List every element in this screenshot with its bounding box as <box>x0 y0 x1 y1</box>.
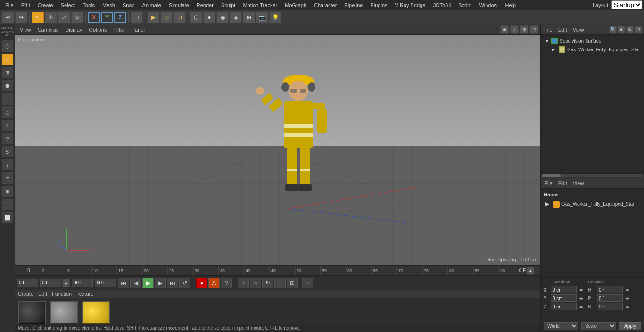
mat-texture-btn[interactable]: Texture <box>76 291 93 297</box>
coord-y-rot[interactable] <box>597 294 623 302</box>
coord-z-rot-stepper[interactable]: ◂▸ <box>624 304 631 309</box>
render-frame-button[interactable]: ▷ <box>160 12 173 23</box>
menu-motion-tracker[interactable]: Motion Tracker <box>239 1 281 9</box>
side-btn-8[interactable]: ▽ <box>1 132 14 145</box>
frame-start-input[interactable] <box>17 279 38 287</box>
layout-select[interactable]: Startup <box>611 0 642 9</box>
viewport-icon-3[interactable]: ⊞ <box>520 25 528 34</box>
coord-y-pos[interactable] <box>551 294 577 302</box>
go-to-end-button[interactable]: ⏭ <box>167 278 178 288</box>
attr-view-btn[interactable]: View <box>571 180 586 186</box>
undo-button[interactable]: ↩ <box>2 12 14 23</box>
obj-filter-btn[interactable]: ≡ <box>618 26 625 33</box>
viewport-icon-2[interactable]: ↕ <box>510 25 519 34</box>
prev-frame-button[interactable]: ◀ <box>130 278 141 288</box>
obj-search-btn[interactable]: 🔍 <box>609 26 617 33</box>
menu-snap[interactable]: Snap <box>119 1 138 9</box>
menu-edit[interactable]: Edit <box>18 1 33 9</box>
y-axis-button[interactable]: Y <box>101 12 113 23</box>
coord-y-rot-stepper[interactable]: ◂▸ <box>624 296 631 300</box>
key-btn-1[interactable]: + <box>238 278 249 288</box>
side-btn-11[interactable]: ⊂ <box>1 172 14 184</box>
menu-file[interactable]: File <box>2 1 17 9</box>
material-button[interactable]: ◉ <box>216 12 229 23</box>
coord-x-rot-stepper[interactable]: ◂▸ <box>624 287 631 292</box>
timeline-ruler[interactable]: 0 5 10 15 20 25 30 35 40 <box>41 266 515 275</box>
menu-tools[interactable]: Tools <box>79 1 98 9</box>
auto-button[interactable]: A <box>208 278 220 288</box>
menu-simulate[interactable]: Simulate <box>165 1 192 9</box>
edge-mode-button[interactable]: ◎ <box>1 53 14 65</box>
wireframe-button[interactable]: ⬡ <box>190 12 202 23</box>
timeline-expand-btn[interactable]: ▲ <box>527 267 534 275</box>
mat-create-btn[interactable]: Create <box>18 291 33 297</box>
uvw-mode-button[interactable]: ⬢ <box>1 80 14 92</box>
menu-select[interactable]: Select <box>58 1 79 9</box>
record-button[interactable]: ● <box>196 278 207 288</box>
side-btn-10[interactable]: ↓ <box>1 159 14 171</box>
attr-file-btn[interactable]: File <box>543 180 554 186</box>
z-axis-button[interactable]: Z <box>114 12 126 23</box>
key-btn-3[interactable]: ↻ <box>262 278 273 288</box>
menu-pipeline[interactable]: Pipeline <box>341 1 366 9</box>
menu-character[interactable]: Character <box>311 1 340 9</box>
viewport-cameras-btn[interactable]: Cameras <box>35 26 62 33</box>
obj-edit-btn[interactable]: Edit <box>557 27 569 32</box>
polygon-mode-button[interactable]: ⊞ <box>1 66 14 79</box>
key-btn-4[interactable]: P <box>274 278 286 288</box>
viewport-icon-4[interactable]: □ <box>530 25 538 34</box>
object-item-subdivision[interactable]: ▼ Subdivision Surface <box>543 37 642 45</box>
obj-view-btn[interactable]: View <box>571 27 586 32</box>
light-button[interactable]: 💡 <box>269 12 281 23</box>
menu-script[interactable]: Script <box>455 1 475 9</box>
point-mode-button[interactable]: ⬡ <box>1 40 14 52</box>
menu-sculpt[interactable]: Sculpt <box>218 1 239 9</box>
side-btn-14[interactable]: ⬜ <box>1 211 14 224</box>
obj-horizontal-scrollbar[interactable] <box>541 173 644 178</box>
menu-plugins[interactable]: Plugins <box>367 1 390 9</box>
side-btn-13[interactable]: ⬛ <box>1 198 14 211</box>
apply-button[interactable]: Apply <box>619 322 641 330</box>
coord-x-pos[interactable] <box>551 286 577 293</box>
menu-vray[interactable]: V-Ray Bridge <box>392 1 429 9</box>
side-btn-9[interactable]: S <box>1 146 14 158</box>
camera-button[interactable]: 📷 <box>256 12 268 23</box>
coord-y-pos-stepper[interactable]: ◂▸ <box>578 296 585 300</box>
object-item-gas-worker[interactable]: ▶ Gas_Worker_Fully_Equipped_Sta <box>543 45 642 54</box>
coord-x-rot[interactable] <box>597 286 623 293</box>
viewport-filter-btn[interactable]: Filter <box>110 26 127 33</box>
timeline[interactable]: 0 0 5 10 15 20 25 30 <box>15 265 540 275</box>
mat-function-btn[interactable]: Function <box>52 291 72 297</box>
motion-button[interactable]: ? <box>221 278 232 288</box>
coord-x-pos-stepper[interactable]: ◂▸ <box>578 287 585 292</box>
key-btn-2[interactable]: ○ <box>250 278 261 288</box>
side-btn-7[interactable]: ○ <box>1 119 14 131</box>
select-tool-button[interactable]: ↖ <box>32 12 44 23</box>
next-frame-button[interactable]: ▶ <box>155 278 166 288</box>
preview-start-input[interactable] <box>72 279 93 287</box>
grid-button[interactable]: ⊞ <box>243 12 255 23</box>
menu-help[interactable]: Help <box>502 1 520 9</box>
attr-object-item[interactable]: ▶ Gas_Worker_Fully_Equipped_Stan <box>544 200 641 209</box>
viewport-panel-btn[interactable]: Panel <box>129 26 148 33</box>
x-axis-button[interactable]: X <box>88 12 100 23</box>
obj-refresh-btn[interactable]: ↻ <box>626 26 634 33</box>
menu-3dtoall[interactable]: 3DToAll <box>429 1 454 9</box>
world-select[interactable]: World <box>544 322 578 330</box>
coord-z-pos[interactable] <box>551 303 577 310</box>
menu-mesh[interactable]: Mesh <box>99 1 118 9</box>
play-button[interactable]: ▶ <box>142 278 154 288</box>
obj-more-btn[interactable]: □ <box>635 26 642 33</box>
render-preview-button[interactable]: ▶ <box>147 12 159 23</box>
mat-edit-btn[interactable]: Edit <box>38 291 47 297</box>
redo-button[interactable]: ↪ <box>15 12 27 23</box>
coord-z-rot[interactable] <box>597 303 623 310</box>
render-region-button[interactable]: ⊡ <box>173 12 186 23</box>
shader-button[interactable]: ◈ <box>230 12 242 23</box>
side-btn-5[interactable]: ⬛ <box>1 93 14 105</box>
loop-button[interactable]: ↺ <box>179 278 190 288</box>
move-tool-button[interactable]: ✛ <box>45 12 57 23</box>
viewport-options-btn[interactable]: Options <box>86 26 109 33</box>
viewport-icon-1[interactable]: ⊕ <box>500 25 509 34</box>
menu-animate[interactable]: Animate <box>139 1 165 9</box>
